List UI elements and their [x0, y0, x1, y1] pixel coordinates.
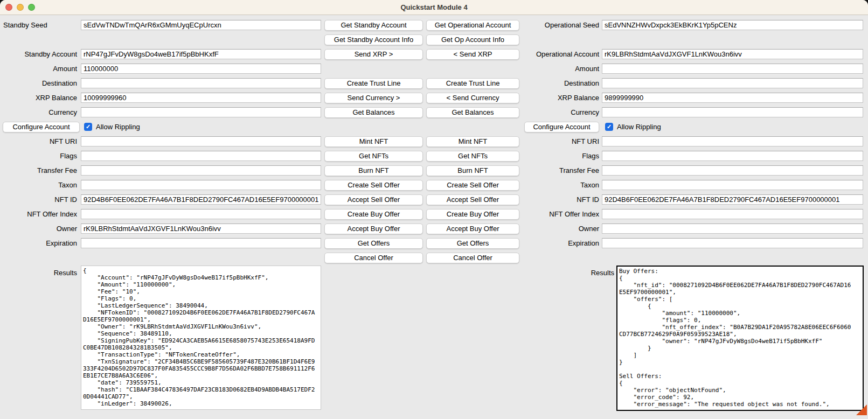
get-nfts-standby-button[interactable]: Get NFTs — [324, 151, 423, 162]
cancel-offer-standby-button[interactable]: Cancel Offer — [324, 253, 423, 263]
standby-amount-input[interactable] — [81, 64, 321, 74]
standby-configure-account-button[interactable]: Configure Account — [3, 122, 80, 132]
standby-transfer-fee-input[interactable] — [81, 165, 321, 176]
accept-sell-offer-operational-button[interactable]: Accept Sell Offer — [426, 194, 519, 205]
standby-seed-label: Standby Seed — [0, 18, 81, 32]
standby-currency-label: Currency — [0, 105, 81, 120]
operational-flags-input[interactable] — [602, 151, 863, 161]
operational-owner-input[interactable] — [602, 224, 863, 234]
zoom-button[interactable] — [28, 4, 35, 11]
operational-configure-account-button[interactable]: Configure Account — [524, 122, 599, 132]
cancel-offer-operational-button[interactable]: Cancel Offer — [426, 253, 519, 263]
standby-account-input[interactable] — [81, 49, 321, 59]
titlebar: Quickstart Module 4 — [0, 0, 868, 15]
standby-taxon-label: Taxon — [0, 178, 81, 192]
burn-nft-standby-button[interactable]: Burn NFT — [324, 165, 423, 176]
standby-results-label: Results — [0, 266, 81, 277]
standby-owner-label: Owner — [0, 221, 81, 236]
row-owner: Owner Accept Buy Offer Accept Buy Offer … — [0, 221, 868, 236]
standby-owner-input[interactable] — [81, 224, 321, 234]
send-currency-left-button[interactable]: < Send Currency — [426, 93, 519, 103]
row-transfer-fee: Transfer Fee Burn NFT Burn NFT Transfer … — [0, 163, 868, 178]
standby-taxon-input[interactable] — [81, 180, 321, 190]
accept-sell-offer-standby-button[interactable]: Accept Sell Offer — [324, 194, 423, 205]
operational-currency-input[interactable] — [602, 107, 863, 117]
standby-nft-id-input[interactable] — [81, 194, 321, 205]
operational-destination-input[interactable] — [602, 78, 863, 88]
create-sell-offer-operational-button[interactable]: Create Sell Offer — [426, 180, 519, 191]
close-button[interactable] — [5, 4, 12, 11]
operational-results-textarea[interactable]: Buy Offers: { "nft_id": "0008271092D4B6F… — [616, 266, 864, 411]
operational-xrp-balance-input[interactable] — [602, 93, 863, 103]
get-balances-standby-button[interactable]: Get Balances — [324, 107, 423, 118]
standby-currency-input[interactable] — [81, 107, 321, 117]
standby-nft-offer-index-input[interactable] — [81, 209, 321, 219]
standby-nft-uri-input[interactable] — [81, 136, 321, 146]
operational-currency-label: Currency — [519, 105, 602, 120]
operational-destination-label: Destination — [519, 76, 602, 90]
standby-results-textarea[interactable]: { "Account": "rNP47gJFvDyW8gsDo4weB17if5… — [81, 266, 321, 410]
row-nft-uri: NFT URI Mint NFT Mint NFT NFT URI — [0, 134, 868, 149]
row-xrp-balance: XRP Balance Send Currency > < Send Curre… — [0, 90, 868, 105]
get-operational-account-button[interactable]: Get Operational Account — [426, 20, 519, 31]
operational-nft-id-input[interactable] — [602, 194, 863, 205]
create-trust-line-standby-button[interactable]: Create Trust Line — [324, 78, 423, 89]
operational-seed-input[interactable] — [602, 20, 863, 30]
row-cancel-offer: Cancel Offer Cancel Offer — [0, 250, 868, 265]
send-xrp-right-button[interactable]: Send XRP > — [324, 49, 423, 60]
minimize-button[interactable] — [17, 4, 24, 11]
standby-account-label: Standby Account — [0, 47, 81, 61]
row-amount: Amount Amount — [0, 61, 868, 76]
get-offers-standby-button[interactable]: Get Offers — [324, 238, 423, 249]
operational-nft-id-label: NFT ID — [519, 192, 602, 207]
get-balances-operational-button[interactable]: Get Balances — [426, 107, 519, 118]
row-taxon: Taxon Create Sell Offer Create Sell Offe… — [0, 178, 868, 192]
operational-flags-label: Flags — [519, 149, 602, 163]
operational-transfer-fee-label: Transfer Fee — [519, 163, 602, 178]
operational-transfer-fee-input[interactable] — [602, 165, 863, 176]
get-nfts-operational-button[interactable]: Get NFTs — [426, 151, 519, 162]
create-sell-offer-standby-button[interactable]: Create Sell Offer — [324, 180, 423, 191]
get-standby-account-button[interactable]: Get Standby Account — [324, 20, 423, 31]
standby-xrp-balance-input[interactable] — [81, 93, 321, 103]
standby-destination-input[interactable] — [81, 78, 321, 88]
create-buy-offer-operational-button[interactable]: Create Buy Offer — [426, 209, 519, 220]
send-xrp-left-button[interactable]: < Send XRP — [426, 49, 519, 60]
get-offers-operational-button[interactable]: Get Offers — [426, 238, 519, 249]
get-standby-account-info-button[interactable]: Get Standby Account Info — [324, 34, 423, 45]
operational-taxon-input[interactable] — [602, 180, 863, 190]
accept-buy-offer-standby-button[interactable]: Accept Buy Offer — [324, 224, 423, 234]
page-title: Quickstart Module 4 — [0, 3, 868, 11]
standby-seed-input[interactable] — [81, 20, 321, 30]
row-nft-id: NFT ID Accept Sell Offer Accept Sell Off… — [0, 192, 868, 207]
standby-allow-rippling-checkbox[interactable]: ✓ — [84, 123, 92, 131]
send-currency-right-button[interactable]: Send Currency > — [324, 93, 423, 103]
standby-flags-label: Flags — [0, 149, 81, 163]
accept-buy-offer-operational-button[interactable]: Accept Buy Offer — [426, 224, 519, 234]
operational-nft-uri-input[interactable] — [602, 136, 863, 146]
burn-nft-operational-button[interactable]: Burn NFT — [426, 165, 519, 176]
app-window: Quickstart Module 4 Standby Seed Get Sta… — [0, 0, 868, 419]
standby-amount-label: Amount — [0, 61, 81, 76]
standby-expiration-input[interactable] — [81, 238, 321, 248]
operational-allow-rippling-label: Allow Rippling — [617, 123, 661, 131]
operational-xrp-balance-label: XRP Balance — [519, 90, 602, 105]
get-op-account-info-button[interactable]: Get Op Account Info — [426, 34, 519, 45]
standby-nft-uri-label: NFT URI — [0, 134, 81, 149]
mint-nft-operational-button[interactable]: Mint NFT — [426, 136, 519, 147]
mint-nft-standby-button[interactable]: Mint NFT — [324, 136, 423, 147]
row-flags: Flags Get NFTs Get NFTs Flags — [0, 149, 868, 163]
row-nft-offer-index: NFT Offer Index Create Buy Offer Create … — [0, 207, 868, 221]
create-trust-line-operational-button[interactable]: Create Trust Line — [426, 78, 519, 89]
row-destination: Destination Create Trust Line Create Tru… — [0, 76, 868, 90]
check-icon: ✓ — [607, 124, 612, 130]
create-buy-offer-standby-button[interactable]: Create Buy Offer — [324, 209, 423, 220]
operational-account-input[interactable] — [602, 49, 863, 59]
operational-amount-input[interactable] — [602, 64, 863, 74]
operational-nft-offer-index-input[interactable] — [602, 209, 863, 219]
operational-nft-offer-index-label: NFT Offer Index — [519, 207, 602, 221]
standby-flags-input[interactable] — [81, 151, 321, 161]
operational-allow-rippling-checkbox[interactable]: ✓ — [605, 123, 613, 131]
operational-taxon-label: Taxon — [519, 178, 602, 192]
operational-expiration-input[interactable] — [602, 238, 863, 248]
